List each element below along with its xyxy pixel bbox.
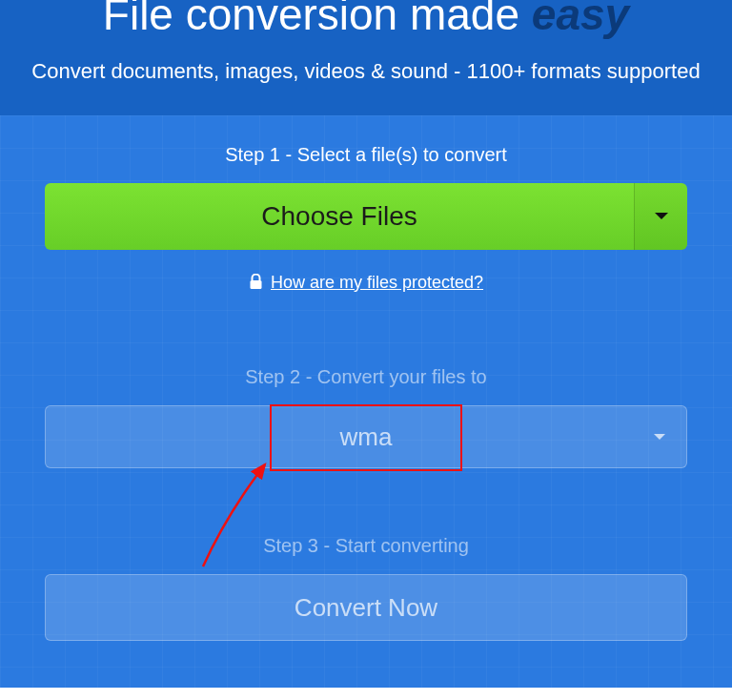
page-title: File conversion made easy bbox=[29, 0, 703, 36]
chevron-down-icon bbox=[654, 434, 665, 440]
protection-info: How are my files protected? bbox=[45, 273, 687, 294]
step3-label: Step 3 - Start converting bbox=[45, 535, 687, 557]
convert-now-label: Convert Now bbox=[295, 593, 437, 622]
choose-files-group: Choose Files bbox=[45, 183, 687, 250]
choose-files-button[interactable]: Choose Files bbox=[45, 183, 634, 250]
choose-files-label: Choose Files bbox=[261, 201, 417, 232]
title-emphasis: easy bbox=[532, 0, 629, 39]
steps-section: Step 1 - Select a file(s) to convert Cho… bbox=[0, 115, 732, 688]
chevron-down-icon bbox=[655, 213, 668, 219]
lock-icon bbox=[249, 274, 263, 294]
title-main: File conversion made bbox=[103, 0, 532, 39]
choose-files-dropdown[interactable] bbox=[634, 183, 687, 250]
format-select[interactable]: wma bbox=[45, 405, 687, 468]
svg-rect-0 bbox=[250, 280, 261, 289]
step1-label: Step 1 - Select a file(s) to convert bbox=[45, 144, 687, 166]
selected-format-text: wma bbox=[340, 422, 393, 452]
hero-section: File conversion made easy Convert docume… bbox=[0, 0, 732, 115]
step2-label: Step 2 - Convert your files to bbox=[45, 366, 687, 388]
convert-now-button[interactable]: Convert Now bbox=[45, 574, 687, 641]
protection-link[interactable]: How are my files protected? bbox=[271, 273, 483, 292]
page-subtitle: Convert documents, images, videos & soun… bbox=[29, 57, 703, 87]
